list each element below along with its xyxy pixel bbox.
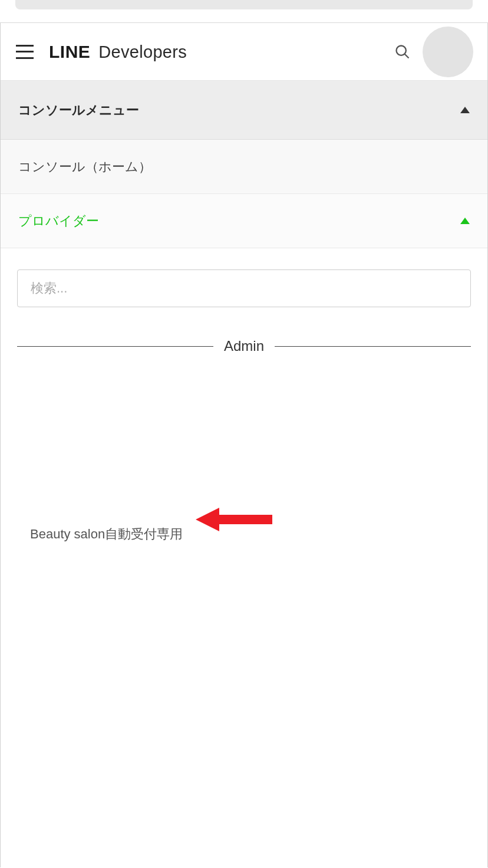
section-divider: Admin: [17, 338, 471, 354]
logo-line: LINE: [49, 42, 90, 62]
nav-provider[interactable]: プロバイダー: [1, 194, 487, 248]
console-home-label: コンソール（ホーム）: [18, 158, 151, 176]
browser-chrome-bar: [15, 0, 473, 9]
provider-list-item[interactable]: Beauty salon自動受付専用: [17, 525, 471, 543]
provider-name: Beauty salon自動受付専用: [30, 527, 183, 541]
avatar[interactable]: [423, 27, 473, 77]
chevron-up-icon: [460, 218, 470, 224]
divider-line: [17, 346, 213, 347]
search-icon[interactable]: [391, 40, 414, 64]
divider-line: [275, 346, 471, 347]
logo-developers: Developers: [98, 42, 187, 62]
hamburger-line: [16, 51, 34, 52]
chevron-up-icon: [460, 107, 470, 113]
console-menu-header[interactable]: コンソールメニュー: [1, 81, 487, 140]
hamburger-line: [16, 45, 34, 47]
menu-icon[interactable]: [16, 45, 34, 59]
search-input[interactable]: [17, 269, 471, 307]
app-header: LINE Developers: [1, 23, 487, 81]
nav-console-home[interactable]: コンソール（ホーム）: [1, 140, 487, 194]
main-content: Admin Beauty salon自動受付専用: [1, 248, 487, 543]
svg-line-1: [405, 54, 409, 58]
svg-point-0: [397, 45, 406, 55]
hamburger-line: [16, 57, 34, 59]
logo[interactable]: LINE Developers: [49, 42, 187, 62]
admin-section-label: Admin: [224, 338, 264, 354]
provider-label: プロバイダー: [18, 212, 99, 230]
console-menu-label: コンソールメニュー: [18, 101, 139, 119]
